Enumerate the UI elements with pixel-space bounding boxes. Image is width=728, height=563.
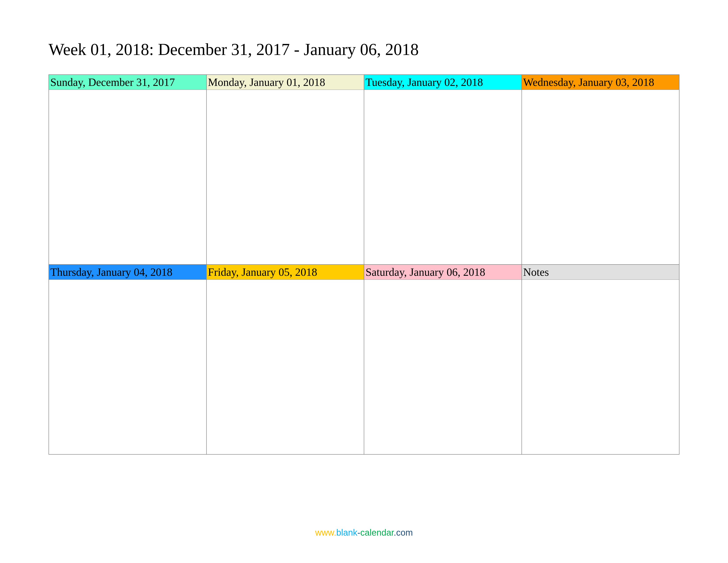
day-header-saturday: Saturday, January 06, 2018 [364,265,522,280]
day-body-friday [207,280,364,454]
day-header-wednesday: Wednesday, January 03, 2018 [522,75,679,90]
day-body-thursday [49,280,206,454]
day-cell-tuesday: Tuesday, January 02, 2018 [364,75,522,264]
day-header-sunday: Sunday, December 31, 2017 [49,75,206,90]
notes-cell: Notes [522,264,679,454]
day-header-thursday: Thursday, January 04, 2018 [49,265,206,280]
notes-header: Notes [522,265,679,280]
day-body-tuesday [364,90,522,264]
day-cell-friday: Friday, January 05, 2018 [206,264,364,454]
day-cell-sunday: Sunday, December 31, 2017 [49,75,206,264]
day-header-friday: Friday, January 05, 2018 [207,265,364,280]
footer-link[interactable]: www.blank-calendar.com [0,528,728,538]
page-title: Week 01, 2018: December 31, 2017 - Janua… [49,40,679,59]
day-cell-monday: Monday, January 01, 2018 [206,75,364,264]
footer-dash: - [357,528,360,537]
week-grid: Sunday, December 31, 2017 Monday, Januar… [49,74,679,455]
day-header-monday: Monday, January 01, 2018 [207,75,364,90]
footer-com: .com [394,528,413,537]
day-body-saturday [364,280,522,454]
day-header-tuesday: Tuesday, January 02, 2018 [364,75,522,90]
notes-body [522,280,679,454]
day-body-monday [207,90,364,264]
footer-calendar: calendar [360,528,394,537]
day-cell-thursday: Thursday, January 04, 2018 [49,264,206,454]
day-body-wednesday [522,90,679,264]
day-body-sunday [49,90,206,264]
day-cell-saturday: Saturday, January 06, 2018 [364,264,522,454]
footer-www: www. [315,528,336,537]
day-cell-wednesday: Wednesday, January 03, 2018 [522,75,679,264]
footer-blank: blank [336,528,357,537]
